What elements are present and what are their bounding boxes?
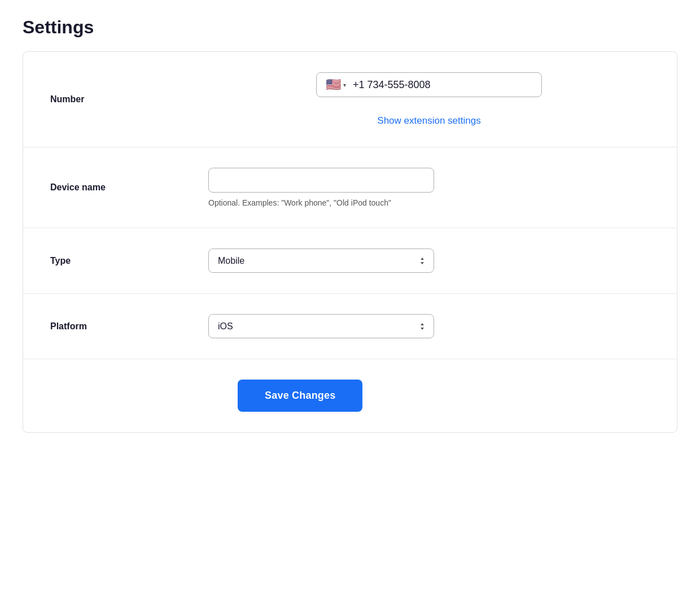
show-extension-settings-link[interactable]: Show extension settings bbox=[377, 115, 480, 127]
page-title: Settings bbox=[23, 17, 677, 38]
device-name-hint: Optional. Examples: "Work phone", "Old i… bbox=[208, 198, 650, 207]
device-name-row: Device name Optional. Examples: "Work ph… bbox=[23, 147, 677, 228]
type-field-content: Mobile Home Work Other bbox=[208, 249, 650, 273]
type-label: Type bbox=[50, 256, 208, 266]
phone-input-wrapper: 🇺🇸 ▾ +1 734-555-8008 bbox=[316, 72, 542, 97]
phone-number-display: +1 734-555-8008 bbox=[353, 79, 431, 91]
platform-row: Platform iOS Android Windows Mac Other bbox=[23, 294, 677, 359]
platform-field-content: iOS Android Windows Mac Other bbox=[208, 314, 650, 338]
number-field-content: 🇺🇸 ▾ +1 734-555-8008 Show extension sett… bbox=[208, 72, 650, 127]
device-name-label: Device name bbox=[50, 182, 208, 193]
device-name-input[interactable] bbox=[208, 168, 434, 193]
type-row: Type Mobile Home Work Other bbox=[23, 228, 677, 294]
save-changes-button[interactable]: Save Changes bbox=[238, 380, 362, 412]
flag-dropdown-arrow-icon: ▾ bbox=[343, 82, 346, 88]
type-select[interactable]: Mobile Home Work Other bbox=[208, 249, 434, 273]
country-flag-dropdown[interactable]: 🇺🇸 ▾ bbox=[326, 79, 346, 91]
platform-label: Platform bbox=[50, 321, 208, 332]
save-row: Save Changes bbox=[23, 359, 677, 432]
settings-form: Number 🇺🇸 ▾ +1 734-555-8008 Show extensi… bbox=[23, 51, 677, 433]
number-row: Number 🇺🇸 ▾ +1 734-555-8008 Show extensi… bbox=[23, 52, 677, 147]
flag-emoji: 🇺🇸 bbox=[326, 79, 341, 91]
number-label: Number bbox=[50, 94, 208, 104]
platform-select[interactable]: iOS Android Windows Mac Other bbox=[208, 314, 434, 338]
device-name-field-content: Optional. Examples: "Work phone", "Old i… bbox=[208, 168, 650, 207]
